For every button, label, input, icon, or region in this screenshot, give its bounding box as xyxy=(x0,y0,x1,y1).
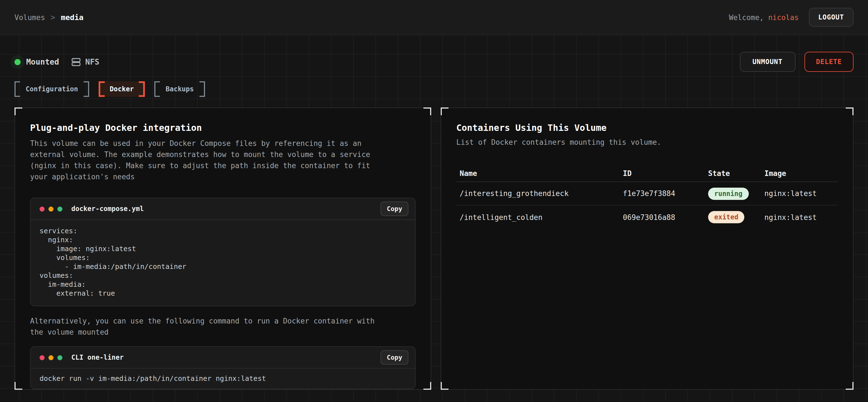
tab-docker[interactable]: Docker xyxy=(99,81,145,97)
state-badge: exited xyxy=(708,211,745,223)
top-bar-right: Welcome, nicolas LOGOUT xyxy=(729,8,854,27)
panel-corner-bracket-icon xyxy=(846,382,854,390)
tab-label: Docker xyxy=(110,85,134,93)
mount-status-label: Mounted xyxy=(26,57,59,66)
chevron-right-icon: > xyxy=(51,13,56,22)
container-id: f1e73e7f3884 xyxy=(623,189,708,198)
traffic-red-icon xyxy=(39,355,44,360)
traffic-lights xyxy=(39,206,62,211)
mounted-status-dot-icon xyxy=(14,59,21,65)
status-row: Mounted NFS UNMOUNT DELET xyxy=(14,52,854,72)
compose-filename: docker-compose.yml xyxy=(71,205,381,213)
containers-table-rows: /interesting_grothendieckf1e73e7f3884run… xyxy=(456,182,838,229)
traffic-yellow-icon xyxy=(49,355,54,360)
panel-corner-bracket-icon xyxy=(14,107,22,115)
cli-code-content: docker run -v im-media:/path/in/containe… xyxy=(31,369,415,389)
panel-corner-bracket-icon xyxy=(441,382,448,390)
container-name: /interesting_grothendieck xyxy=(460,189,623,198)
top-bar: Volumes > media Welcome, nicolas LOGOUT xyxy=(0,0,868,35)
state-badge: running xyxy=(708,187,748,200)
containers-table-header: Name ID State Image xyxy=(456,165,838,182)
traffic-lights xyxy=(39,355,62,360)
breadcrumb-current-volume: media xyxy=(61,13,83,22)
cli-code-header: CLI one-liner Copy xyxy=(31,347,415,369)
container-id: 069e73016a88 xyxy=(623,213,708,221)
panels-container: Plug-and-play Docker integration This vo… xyxy=(14,107,854,390)
panel-corner-bracket-icon xyxy=(424,107,431,115)
volume-driver: NFS xyxy=(71,57,99,67)
container-state-cell: exited xyxy=(708,211,764,223)
panel-corner-bracket-icon xyxy=(441,107,448,115)
traffic-red-icon xyxy=(39,206,44,211)
compose-code-block: docker-compose.yml Copy services: nginx:… xyxy=(30,198,415,306)
username: nicolas xyxy=(768,13,799,22)
volume-actions: UNMOUNT DELETE xyxy=(740,52,854,72)
table-row: /interesting_grothendieckf1e73e7f3884run… xyxy=(456,182,838,205)
status-indicators: Mounted NFS xyxy=(14,57,99,67)
compose-code-content: services: nginx: image: nginx:latest vol… xyxy=(31,220,415,306)
tab-configuration[interactable]: Configuration xyxy=(14,81,89,97)
column-header-name: Name xyxy=(460,169,623,178)
driver-label: NFS xyxy=(85,57,99,66)
containers-panel-subtitle: List of Docker containers mounting this … xyxy=(456,138,838,146)
containers-table: Name ID State Image /interesting_grothen… xyxy=(456,165,838,229)
unmount-button[interactable]: UNMOUNT xyxy=(740,52,795,72)
tab-label: Backups xyxy=(166,85,194,93)
table-row: /intelligent_colden069e73016a88exitedngi… xyxy=(456,205,838,229)
copy-compose-button[interactable]: Copy xyxy=(381,202,408,216)
tab-backups[interactable]: Backups xyxy=(155,81,205,97)
breadcrumb: Volumes > media xyxy=(14,13,84,22)
traffic-green-icon xyxy=(57,355,62,360)
compose-code-header: docker-compose.yml Copy xyxy=(31,198,415,220)
docker-panel-description: This volume can be used in your Docker C… xyxy=(30,138,384,182)
containers-panel-title: Containers Using This Volume xyxy=(456,123,838,133)
docker-integration-panel: Plug-and-play Docker integration This vo… xyxy=(14,107,431,390)
cli-code-block: CLI one-liner Copy docker run -v im-medi… xyxy=(30,346,415,389)
mount-status: Mounted xyxy=(14,57,59,66)
container-image: nginx:latest xyxy=(764,213,838,221)
column-header-id: ID xyxy=(623,169,708,178)
cli-block-title: CLI one-liner xyxy=(71,354,381,361)
server-icon xyxy=(71,57,81,67)
copy-cli-button[interactable]: Copy xyxy=(381,350,408,365)
container-name: /intelligent_colden xyxy=(460,213,623,221)
tab-label: Configuration xyxy=(26,85,78,93)
logout-button[interactable]: LOGOUT xyxy=(809,8,854,27)
main-content: Mounted NFS UNMOUNT DELET xyxy=(0,35,868,402)
panel-corner-bracket-icon xyxy=(14,382,22,390)
delete-button[interactable]: DELETE xyxy=(804,52,854,72)
column-header-image: Image xyxy=(764,169,838,178)
containers-panel: Containers Using This Volume List of Doc… xyxy=(441,107,854,390)
traffic-green-icon xyxy=(57,206,62,211)
tab-bar: Configuration Docker Backups xyxy=(14,81,854,97)
breadcrumb-volumes-link[interactable]: Volumes xyxy=(14,13,45,22)
container-state-cell: running xyxy=(708,187,764,200)
welcome-text: Welcome, nicolas xyxy=(729,13,799,22)
cli-intro-text: Alternatively, you can use the following… xyxy=(30,316,384,338)
panel-corner-bracket-icon xyxy=(846,107,854,115)
traffic-yellow-icon xyxy=(49,206,54,211)
docker-panel-title: Plug-and-play Docker integration xyxy=(30,123,415,133)
volume-detail-page: Volumes > media Welcome, nicolas LOGOUT … xyxy=(0,0,868,402)
panel-corner-bracket-icon xyxy=(424,382,431,390)
container-image: nginx:latest xyxy=(764,189,838,198)
column-header-state: State xyxy=(708,169,764,178)
